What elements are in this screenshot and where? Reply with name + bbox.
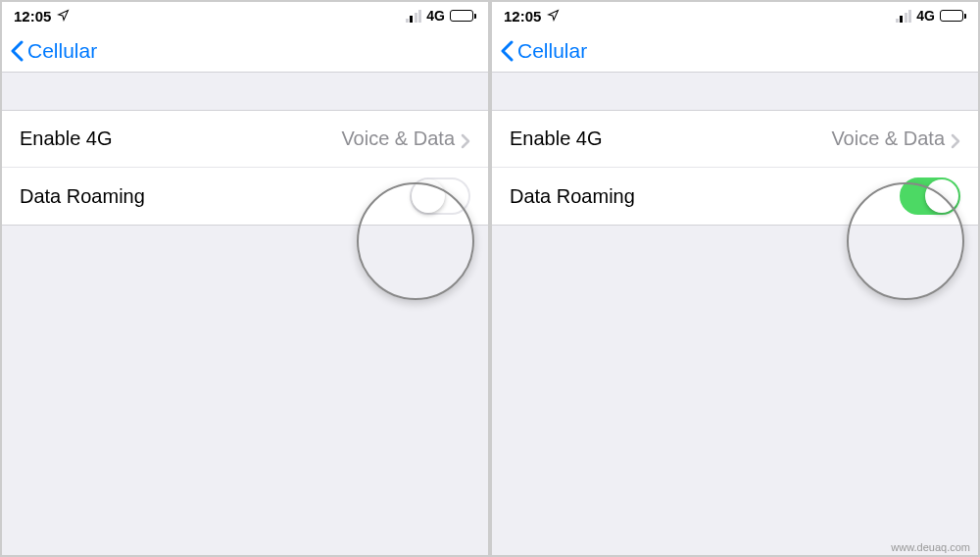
- chevron-right-icon: [461, 131, 470, 147]
- status-time: 12:05: [14, 8, 51, 25]
- settings-group: Enable 4G Voice & Data Data Roaming: [2, 110, 488, 226]
- battery-icon: [940, 10, 966, 22]
- location-icon: [57, 8, 70, 25]
- row-data-roaming: Data Roaming: [492, 168, 978, 225]
- row-label: Data Roaming: [510, 185, 635, 208]
- row-label: Enable 4G: [20, 127, 113, 150]
- phone-screen-right: 12:05 4G Cellular: [492, 2, 978, 555]
- status-bar: 12:05 4G: [492, 2, 978, 29]
- row-value: Voice & Data: [341, 127, 470, 150]
- data-roaming-toggle[interactable]: [410, 177, 470, 215]
- signal-icon: [896, 10, 912, 23]
- row-label: Enable 4G: [510, 127, 603, 150]
- nav-bar: Cellular: [492, 29, 978, 73]
- network-label: 4G: [916, 8, 935, 24]
- row-label: Data Roaming: [20, 185, 145, 208]
- data-roaming-toggle[interactable]: [900, 177, 960, 215]
- row-value-text: Voice & Data: [831, 127, 945, 150]
- back-label: Cellular: [27, 39, 97, 63]
- location-icon: [547, 8, 560, 25]
- section-spacer: [492, 73, 978, 110]
- status-time: 12:05: [504, 8, 541, 25]
- back-button[interactable]: Cellular: [500, 39, 587, 63]
- back-label: Cellular: [517, 39, 587, 63]
- settings-group: Enable 4G Voice & Data Data Roaming: [492, 110, 978, 226]
- chevron-left-icon: [10, 40, 24, 62]
- battery-icon: [450, 10, 476, 22]
- network-label: 4G: [426, 8, 445, 24]
- status-bar: 12:05 4G: [2, 2, 488, 29]
- row-enable-4g[interactable]: Enable 4G Voice & Data: [2, 111, 488, 168]
- chevron-right-icon: [951, 131, 960, 147]
- watermark: www.deuaq.com: [891, 541, 970, 553]
- toggle-knob: [925, 179, 958, 213]
- toggle-knob: [412, 179, 445, 213]
- row-data-roaming: Data Roaming: [2, 168, 488, 225]
- back-button[interactable]: Cellular: [10, 39, 97, 63]
- nav-bar: Cellular: [2, 29, 488, 73]
- row-enable-4g[interactable]: Enable 4G Voice & Data: [492, 111, 978, 168]
- row-value: Voice & Data: [831, 127, 960, 150]
- row-value-text: Voice & Data: [341, 127, 455, 150]
- chevron-left-icon: [500, 40, 514, 62]
- signal-icon: [406, 10, 422, 23]
- phone-screen-left: 12:05 4G Cellular: [2, 2, 488, 555]
- section-spacer: [2, 73, 488, 110]
